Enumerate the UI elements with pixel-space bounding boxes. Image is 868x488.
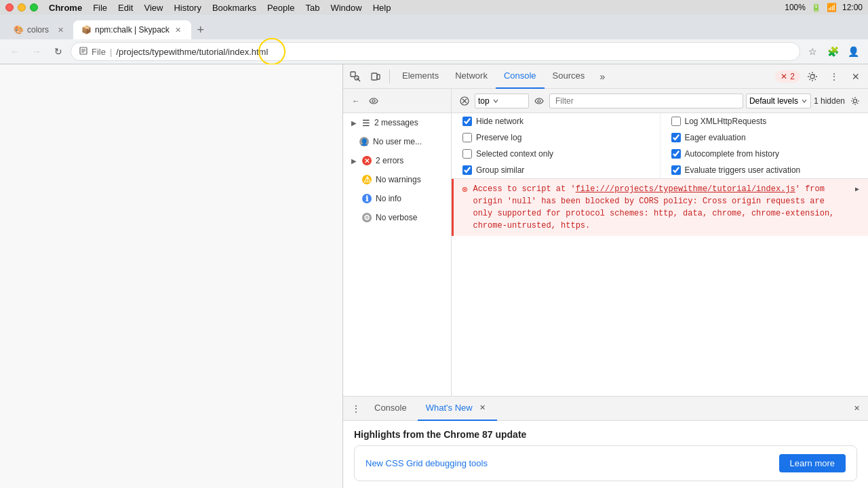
close-devtools-button[interactable]: ✕ — [846, 67, 865, 86]
sidebar-verbose[interactable]: ⚙ No verbose — [343, 208, 451, 227]
setting-evaluate-triggers[interactable]: Evaluate triggers user activation — [660, 162, 869, 178]
hide-network-checkbox[interactable] — [462, 117, 472, 126]
setting-preserve-log[interactable]: Preserve log — [452, 129, 660, 146]
group-similar-checkbox[interactable] — [462, 165, 472, 175]
setting-log-xmlhttp[interactable]: Log XMLHttpRequests — [660, 113, 869, 129]
tab-network[interactable]: Network — [447, 64, 496, 89]
reload-button[interactable]: ↻ — [49, 42, 68, 61]
error-badge[interactable]: ✕ 2 — [775, 70, 800, 83]
menu-history[interactable]: History — [174, 3, 201, 13]
forward-button[interactable]: → — [27, 42, 46, 61]
menu-file[interactable]: File — [93, 3, 107, 13]
level-select[interactable]: Default levels — [746, 94, 811, 108]
sidebar-eye-btn[interactable] — [366, 94, 381, 108]
setting-group-similar[interactable]: Group similar — [452, 162, 660, 178]
context-select-value: top — [478, 96, 490, 106]
minimize-window-button[interactable] — [18, 3, 26, 12]
nav-actions: ☆ 🧩 👤 — [803, 42, 863, 61]
console-output: ⊗ Access to script at 'file:///projects/… — [452, 179, 868, 396]
tab-bar: 🎨 colors ✕ 📦 npm:chalk | Skypack ✕ + — [0, 15, 868, 39]
menu-help[interactable]: Help — [373, 3, 391, 13]
expand-errors-arrow: ▶ — [351, 157, 358, 165]
sidebar-warnings-label: No warnings — [376, 175, 421, 184]
context-select[interactable]: top — [475, 94, 529, 108]
tab-console[interactable]: Console — [496, 64, 545, 89]
new-tab-button[interactable]: + — [191, 20, 210, 39]
sidebar-info[interactable]: ℹ No info — [343, 189, 451, 208]
close-whats-new-button[interactable]: ✕ — [477, 402, 489, 414]
error-link[interactable]: file:///projects/typewithme/tutorial/ind… — [576, 184, 795, 194]
devtools-right-actions: ✕ 2 ⋮ ✕ — [775, 67, 865, 86]
menu-app-name[interactable]: Chrome — [49, 3, 82, 13]
sidebar-user-messages[interactable]: 👤 No user me... — [343, 132, 451, 151]
sidebar-warnings[interactable]: ⚠ No warnings — [343, 170, 451, 189]
extension-button[interactable]: 🧩 — [823, 42, 842, 61]
menu-bookmarks[interactable]: Bookmarks — [212, 3, 256, 13]
inspect-element-button[interactable] — [346, 67, 365, 86]
settings-button[interactable] — [803, 67, 822, 86]
autocomplete-history-checkbox[interactable] — [671, 149, 681, 159]
device-toggle-button[interactable] — [366, 67, 385, 86]
selected-context-checkbox[interactable] — [462, 149, 472, 159]
menu-tab[interactable]: Tab — [305, 3, 319, 13]
eager-evaluation-checkbox[interactable] — [671, 133, 681, 142]
address-bar[interactable]: File | /projects/typewithme/tutorial/ind… — [71, 42, 800, 61]
setting-selected-context[interactable]: Selected context only — [452, 146, 660, 162]
devtools-panel: Elements Network Console Sources » ✕ 2 — [342, 64, 868, 488]
tab-colors[interactable]: 🎨 colors ✕ — [5, 20, 73, 39]
info-icon: ℹ — [362, 194, 372, 203]
tab-sources[interactable]: Sources — [545, 64, 593, 89]
back-button[interactable]: ← — [5, 42, 24, 61]
sidebar-messages[interactable]: ▶ ☰ 2 messages — [343, 113, 451, 132]
close-window-button[interactable] — [5, 3, 14, 12]
profile-button[interactable]: 👤 — [844, 42, 863, 61]
new-feature-button[interactable]: Learn more — [779, 454, 846, 472]
tab-colors-close[interactable]: ✕ — [56, 25, 65, 35]
menu-window[interactable]: Window — [330, 3, 361, 13]
sidebar-errors[interactable]: ▶ ✕ 2 errors — [343, 151, 451, 170]
bottom-tab-whats-new[interactable]: What's New ✕ — [418, 396, 497, 421]
error-expand-button[interactable]: ▶ — [852, 184, 863, 195]
page-content — [0, 64, 342, 488]
console-error-entry: ⊗ Access to script at 'file:///projects/… — [452, 179, 868, 236]
tab-npm-chalk[interactable]: 📦 npm:chalk | Skypack ✕ — [73, 20, 191, 39]
more-options-button[interactable]: ⋮ — [825, 67, 844, 86]
clear-console-button[interactable] — [457, 94, 472, 108]
evaluate-triggers-checkbox[interactable] — [671, 165, 681, 175]
eye-filter-button[interactable] — [532, 94, 547, 108]
warning-icon: ⚠ — [362, 175, 372, 184]
setting-eager-evaluation[interactable]: Eager evaluation — [660, 129, 869, 146]
new-feature-link[interactable]: New CSS Grid debugging tools — [366, 458, 488, 468]
setting-autocomplete-history[interactable]: Autocomplete from history — [660, 146, 869, 162]
devtools-tabs-more[interactable]: » — [593, 67, 612, 86]
menu-people[interactable]: People — [267, 3, 294, 13]
devtools-bottom-panel: ⋮ Console What's New ✕ ✕ Highlights from… — [343, 396, 868, 488]
status-bar: 100% 🔋 📶 12:00 — [785, 0, 863, 15]
filter-input[interactable] — [549, 94, 743, 108]
tab-npm-chalk-close[interactable]: ✕ — [174, 25, 183, 35]
maximize-window-button[interactable] — [30, 3, 38, 12]
preserve-log-checkbox[interactable] — [462, 133, 472, 142]
menu-view[interactable]: View — [144, 3, 163, 13]
verbose-icon: ⚙ — [362, 213, 372, 222]
log-xmlhttp-checkbox[interactable] — [671, 117, 681, 126]
tab-elements[interactable]: Elements — [394, 64, 447, 89]
devtools-tabs: Elements Network Console Sources » — [394, 64, 774, 89]
sidebar-info-label: No info — [376, 194, 401, 203]
bottom-tabs-more[interactable]: ⋮ — [349, 401, 363, 416]
close-bottom-panel-button[interactable]: ✕ — [850, 403, 863, 415]
address-bar-prefix: File — [92, 47, 106, 57]
svg-point-8 — [810, 75, 814, 79]
nav-bar: ← → ↻ File | /projects/typewithme/tutori… — [0, 39, 868, 64]
sidebar-back-btn[interactable]: ← — [349, 94, 363, 108]
console-settings-gear[interactable] — [848, 94, 863, 108]
setting-hide-network[interactable]: Hide network — [452, 113, 660, 129]
console-sidebar: ← ▶ ☰ 2 messages 👤 No user me... ▶ — [343, 89, 452, 396]
expand-messages-arrow: ▶ — [351, 119, 358, 127]
devtools-body: ← ▶ ☰ 2 messages 👤 No user me... ▶ — [343, 89, 868, 396]
error-badge-count: 2 — [790, 72, 795, 81]
menu-edit[interactable]: Edit — [118, 3, 133, 13]
bookmark-star-button[interactable]: ☆ — [803, 42, 822, 61]
console-filter-bar: top Default levels 1 hidden — [452, 89, 868, 113]
bottom-tab-console[interactable]: Console — [366, 396, 415, 421]
